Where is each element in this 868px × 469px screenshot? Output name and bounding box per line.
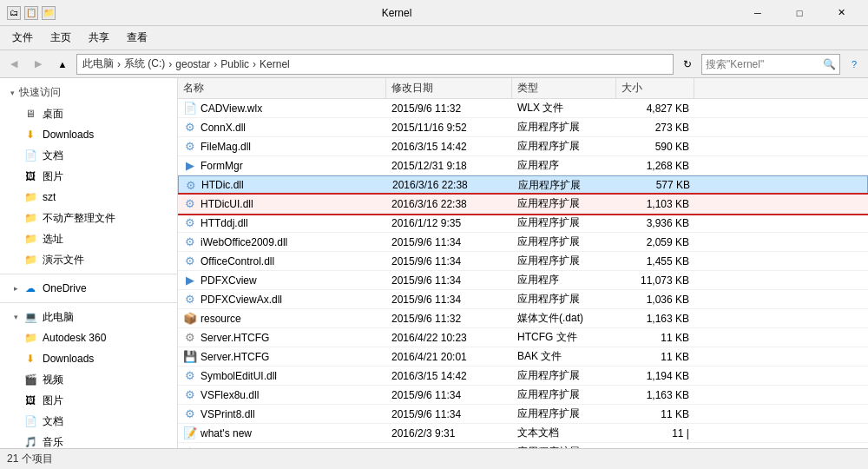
search-icon[interactable]: 🔍 [823, 58, 836, 70]
sidebar-item-desktop[interactable]: 🖥 桌面 [0, 103, 177, 124]
sidebar-item-onedrive[interactable]: ▸ ☁ OneDrive [0, 278, 177, 299]
file-type-icon: ⚙ [183, 369, 197, 383]
sidebar-label-pictures: 图片 [43, 169, 63, 184]
header-size[interactable]: 大小 [616, 78, 694, 98]
file-date: 2015/9/6 11:34 [386, 274, 512, 287]
table-row[interactable]: ⚙ ConnX.dll 2015/11/16 9:52 应用程序扩展 273 K… [178, 118, 868, 137]
quick-access-icon[interactable]: 🗂 [7, 6, 21, 20]
file-size: 1,455 KB [616, 255, 694, 268]
table-row[interactable]: ▶ PDFXCview 2015/9/6 11:34 应用程序 11,073 K… [178, 271, 868, 290]
table-row[interactable]: 💾 Server.HTCFG 2016/4/21 20:01 BAK 文件 11… [178, 347, 868, 367]
sidebar-label-autodesk: Autodesk 360 [43, 332, 106, 344]
refresh-button[interactable]: ↻ [677, 54, 698, 75]
table-row[interactable]: ⚙ HTTddj.dll 2016/1/12 9:35 应用程序扩展 3,936… [178, 214, 868, 233]
file-size: 1,268 KB [616, 160, 694, 172]
file-type-icon: ⚙ [183, 121, 197, 135]
table-row[interactable]: ⚙ HTDic.dll 2016/3/16 22:38 应用程序扩展 577 K… [178, 175, 868, 195]
file-size: 3,936 KB [616, 217, 694, 229]
file-type-icon: ⚙ [183, 197, 197, 211]
menu-share[interactable]: 共享 [80, 27, 118, 49]
sidebar-item-downloads[interactable]: ⬇ Downloads [0, 124, 177, 145]
sidebar-label-szt: szt [43, 191, 56, 203]
table-row[interactable]: ⚙ VSFlex8u.dll 2015/9/6 11:34 应用程序扩展 1,1… [178, 386, 868, 405]
table-row[interactable]: ⚙ SymbolEditUI.dll 2016/3/15 14:42 应用程序扩… [178, 367, 868, 386]
file-name: what's new [201, 427, 252, 439]
folder-icon-szt: 📁 [23, 189, 38, 205]
back-button[interactable]: ◀ [3, 54, 24, 75]
sidebar-item-pictures[interactable]: 🖼 图片 [0, 166, 177, 187]
search-input[interactable] [706, 58, 823, 70]
sidebar-item-demo[interactable]: 📁 演示文件 [0, 249, 177, 270]
computer-icon: 💻 [23, 309, 38, 325]
file-type-icon: ⚙ [183, 254, 197, 268]
forward-button[interactable]: ▶ [28, 54, 49, 75]
header-name[interactable]: 名称 [178, 78, 386, 98]
sidebar-item-autodesk[interactable]: 📁 Autodesk 360 [0, 327, 177, 348]
menu-view[interactable]: 查看 [118, 27, 156, 49]
file-type: 应用程序扩展 [512, 139, 616, 154]
sidebar-item-szt[interactable]: 📁 szt [0, 187, 177, 208]
quick-access-section: ▾ 快速访问 🖥 桌面 ⬇ Downloads 📄 文档 🖼 图片 [0, 82, 177, 270]
file-size: 273 KB [616, 122, 694, 134]
breadcrumb-geostar: geostar [175, 58, 210, 70]
sidebar-item-documents[interactable]: 📄 文档 [0, 145, 177, 166]
sidebar-item-thispc[interactable]: ▾ 💻 此电脑 [0, 307, 177, 327]
file-type-icon: 📄 [183, 102, 197, 116]
sidebar-item-pc-downloads[interactable]: ⬇ Downloads [0, 348, 177, 369]
maximize-button[interactable]: □ [779, 0, 819, 26]
file-name-cell: ⚙ OfficeControl.dll [178, 254, 386, 268]
file-name: FileMag.dll [201, 141, 251, 153]
sidebar-item-realestate[interactable]: 📁 不动产整理文件 [0, 208, 177, 228]
sidebar-item-video[interactable]: 🎬 视频 [0, 369, 177, 390]
properties-icon[interactable]: 📋 [24, 6, 38, 20]
table-row[interactable]: ⚙ Server.HTCFG 2016/4/22 10:23 HTCFG 文件 … [178, 328, 868, 347]
file-type-icon: ▶ [183, 274, 197, 287]
close-button[interactable]: ✕ [821, 0, 861, 26]
quick-access-label: 快速访问 [19, 85, 61, 100]
file-name: VSPrint8.dll [201, 408, 255, 420]
header-type[interactable]: 类型 [512, 78, 616, 98]
file-type: 应用程序扩展 [512, 196, 616, 211]
table-row[interactable]: ⚙ VSPrint8.dll 2015/9/6 11:34 应用程序扩展 11 … [178, 405, 868, 424]
header-date[interactable]: 修改日期 [386, 78, 512, 98]
up-button[interactable]: ▲ [52, 54, 73, 75]
minimize-button[interactable]: ─ [738, 0, 778, 26]
sidebar-label-pc-pictures: 图片 [43, 393, 63, 408]
file-name-cell: ⚙ HTDicUI.dll [178, 197, 386, 211]
search-box[interactable]: 🔍 [701, 54, 840, 75]
folder-icon[interactable]: 📁 [42, 6, 56, 20]
menu-file[interactable]: 文件 [3, 27, 42, 49]
table-row[interactable]: 📦 resource 2015/9/6 11:32 媒体文件(.dat) 1,1… [178, 309, 868, 328]
file-name-cell: ⚙ VSPrint8.dll [178, 407, 386, 421]
sidebar-item-site[interactable]: 📁 选址 [0, 228, 177, 249]
table-row[interactable]: ⚙ FileMag.dll 2016/3/15 14:42 应用程序扩展 590… [178, 137, 868, 156]
table-row[interactable]: ⚙ iWebOffice2009.dll 2015/9/6 11:34 应用程序… [178, 233, 868, 252]
file-type: 应用程序扩展 [512, 215, 616, 230]
table-row[interactable]: ⚙ PDFXCviewAx.dll 2015/9/6 11:34 应用程序扩展 … [178, 290, 868, 309]
file-type: WLX 文件 [512, 101, 616, 116]
sidebar-item-music[interactable]: 🎵 音乐 [0, 432, 177, 448]
table-row[interactable]: 📝 what's new 2016/2/3 9:31 文本文档 11 | [178, 424, 868, 443]
table-row[interactable]: ▶ FormMgr 2015/12/31 9:18 应用程序 1,268 KB [178, 156, 868, 175]
table-row[interactable]: ⚙ OfficeControl.dll 2015/9/6 11:34 应用程序扩… [178, 252, 868, 271]
address-path[interactable]: 此电脑 › 系统 (C:) › geostar › Public › Kerne… [76, 54, 674, 75]
file-name: ConnX.dll [201, 122, 246, 134]
statusbar: 21 个项目 [0, 448, 868, 469]
file-name-cell: ⚙ VSFlex8u.dll [178, 388, 386, 402]
file-type-icon: ⚙ [183, 235, 197, 249]
file-type: 应用程序 [512, 273, 616, 287]
file-date: 2015/9/6 11:34 [386, 408, 512, 420]
help-button[interactable]: ? [844, 54, 865, 75]
table-row[interactable]: ⚙ HTDicUI.dll 2016/3/16 22:38 应用程序扩展 1,1… [178, 195, 868, 214]
sidebar-item-pc-pictures[interactable]: 🖼 图片 [0, 390, 177, 411]
table-row[interactable]: ⚙ XAuth.dll 2015/12/10 12:06 应用程序扩展 1,19… [178, 443, 868, 448]
quick-access-header[interactable]: ▾ 快速访问 [0, 82, 177, 103]
breadcrumb-pc: 此电脑 [82, 56, 114, 71]
window-controls: ─ □ ✕ [738, 0, 861, 26]
table-row[interactable]: 📄 CADView.wlx 2015/9/6 11:32 WLX 文件 4,82… [178, 99, 868, 118]
sidebar-item-pc-documents[interactable]: 📄 文档 [0, 411, 177, 432]
file-date: 2015/9/6 11:34 [386, 294, 512, 306]
menu-home[interactable]: 主页 [42, 27, 80, 49]
file-header: 名称 修改日期 类型 大小 [178, 78, 868, 99]
video-icon: 🎬 [23, 372, 38, 387]
